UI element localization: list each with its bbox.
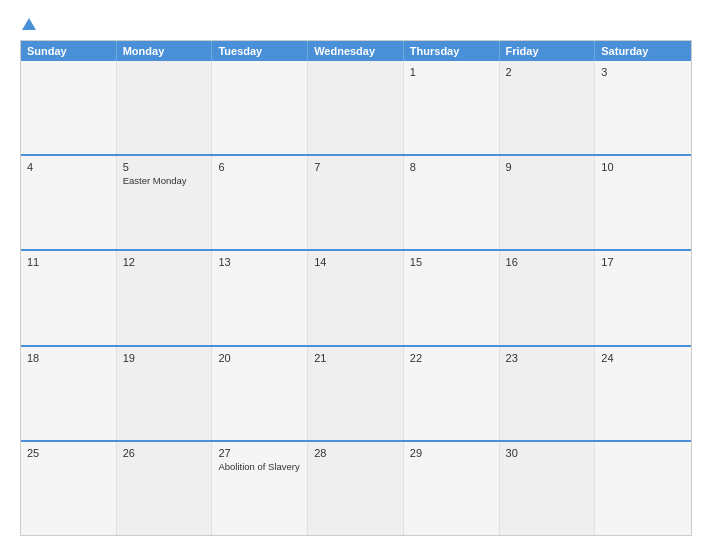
day-cell: 29	[404, 442, 500, 535]
day-number: 7	[314, 161, 397, 173]
day-cell: 30	[500, 442, 596, 535]
day-number: 10	[601, 161, 685, 173]
day-number: 18	[27, 352, 110, 364]
day-cell: 17	[595, 251, 691, 344]
week-row-5: 252627Abolition of Slavery282930	[21, 440, 691, 535]
day-cell: 21	[308, 347, 404, 440]
holiday-label: Abolition of Slavery	[218, 461, 301, 472]
day-cell: 14	[308, 251, 404, 344]
day-cell: 18	[21, 347, 117, 440]
day-number: 14	[314, 256, 397, 268]
day-number: 26	[123, 447, 206, 459]
day-cell: 27Abolition of Slavery	[212, 442, 308, 535]
week-row-1: 123	[21, 61, 691, 154]
day-number: 25	[27, 447, 110, 459]
day-header-monday: Monday	[117, 41, 213, 61]
holiday-label: Easter Monday	[123, 175, 206, 186]
day-number: 24	[601, 352, 685, 364]
day-cell: 25	[21, 442, 117, 535]
day-number: 22	[410, 352, 493, 364]
day-number: 21	[314, 352, 397, 364]
logo-triangle-icon	[22, 18, 36, 30]
week-row-3: 11121314151617	[21, 249, 691, 344]
day-headers-row: SundayMondayTuesdayWednesdayThursdayFrid…	[21, 41, 691, 61]
day-number: 30	[506, 447, 589, 459]
page: SundayMondayTuesdayWednesdayThursdayFrid…	[0, 0, 712, 550]
day-cell: 7	[308, 156, 404, 249]
day-cell: 3	[595, 61, 691, 154]
day-cell: 6	[212, 156, 308, 249]
day-cell: 1	[404, 61, 500, 154]
day-number: 8	[410, 161, 493, 173]
day-cell: 12	[117, 251, 213, 344]
day-cell: 15	[404, 251, 500, 344]
logo	[20, 18, 36, 30]
day-cell: 10	[595, 156, 691, 249]
day-cell: 22	[404, 347, 500, 440]
day-cell: 8	[404, 156, 500, 249]
header	[20, 18, 692, 30]
day-number: 16	[506, 256, 589, 268]
day-cell: 24	[595, 347, 691, 440]
day-number: 2	[506, 66, 589, 78]
day-number: 28	[314, 447, 397, 459]
day-cell: 5Easter Monday	[117, 156, 213, 249]
day-number: 19	[123, 352, 206, 364]
day-header-saturday: Saturday	[595, 41, 691, 61]
day-number: 6	[218, 161, 301, 173]
day-cell	[117, 61, 213, 154]
day-cell: 9	[500, 156, 596, 249]
day-cell: 23	[500, 347, 596, 440]
day-header-thursday: Thursday	[404, 41, 500, 61]
day-header-friday: Friday	[500, 41, 596, 61]
day-number: 23	[506, 352, 589, 364]
day-header-tuesday: Tuesday	[212, 41, 308, 61]
day-number: 9	[506, 161, 589, 173]
day-number: 29	[410, 447, 493, 459]
day-cell: 16	[500, 251, 596, 344]
day-cell: 2	[500, 61, 596, 154]
logo-blue-text	[20, 18, 36, 30]
day-number: 17	[601, 256, 685, 268]
day-cell: 19	[117, 347, 213, 440]
day-number: 13	[218, 256, 301, 268]
day-cell	[21, 61, 117, 154]
day-cell	[212, 61, 308, 154]
day-cell: 26	[117, 442, 213, 535]
day-cell: 11	[21, 251, 117, 344]
day-number: 3	[601, 66, 685, 78]
day-cell: 20	[212, 347, 308, 440]
calendar: SundayMondayTuesdayWednesdayThursdayFrid…	[20, 40, 692, 536]
day-cell: 28	[308, 442, 404, 535]
week-row-2: 45Easter Monday678910	[21, 154, 691, 249]
day-number: 11	[27, 256, 110, 268]
day-number: 4	[27, 161, 110, 173]
day-number: 20	[218, 352, 301, 364]
day-number: 5	[123, 161, 206, 173]
day-cell	[595, 442, 691, 535]
weeks-container: 12345Easter Monday6789101112131415161718…	[21, 61, 691, 535]
day-cell: 13	[212, 251, 308, 344]
day-cell: 4	[21, 156, 117, 249]
day-number: 27	[218, 447, 301, 459]
day-number: 12	[123, 256, 206, 268]
day-cell	[308, 61, 404, 154]
day-number: 1	[410, 66, 493, 78]
day-header-wednesday: Wednesday	[308, 41, 404, 61]
day-header-sunday: Sunday	[21, 41, 117, 61]
week-row-4: 18192021222324	[21, 345, 691, 440]
day-number: 15	[410, 256, 493, 268]
